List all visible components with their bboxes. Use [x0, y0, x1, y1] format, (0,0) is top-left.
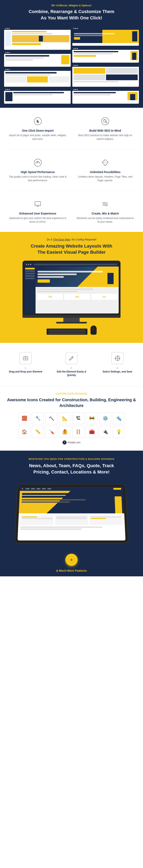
svg-point-16 — [103, 202, 105, 204]
step-3-number: 3. — [98, 367, 137, 369]
monitor-dot-3 — [30, 264, 31, 265]
monitor-stat-3: 214 — [91, 294, 117, 300]
step-2-number: 2. — [52, 367, 91, 369]
feature-performance-title: High Speed Performance — [8, 170, 67, 174]
monitor-content-bar-1 — [37, 288, 93, 290]
screenshot-item-1 — [4, 27, 71, 50]
keyboard-wrap — [6, 326, 137, 335]
monitor-hero-btn — [37, 279, 50, 283]
tablet-nav-btn — [113, 488, 121, 490]
tablet-hero — [19, 491, 124, 514]
monitor-hero-line-1 — [37, 271, 103, 273]
tablet-nav-link-2 — [31, 488, 35, 489]
icon-toolbox: 🧰 — [86, 426, 98, 438]
step-1-title: Drag and Drop your Element — [6, 370, 45, 373]
icon-plug: 🔌 — [99, 426, 111, 438]
feature-one-click-desc: Import all of pages and posts, sample sl… — [8, 133, 67, 141]
cta-title-line1: Create Amazing Website Layouts With — [31, 244, 112, 249]
more-circle-btn[interactable]: + — [65, 554, 78, 566]
tablet-nav-link-5 — [48, 488, 51, 489]
monitor-content: 356 48% 214 — [35, 287, 119, 302]
monitor-sidebar-item-1 — [25, 268, 35, 270]
dark-title-line2: Pricing, Contact, Locations & More! — [33, 469, 110, 474]
tablet-card-2 — [55, 515, 88, 525]
feature-mix-desc: Elements can be easily combined and cust… — [76, 216, 135, 224]
steps-section: 1. Drag and Drop your Element 2. Edit th… — [0, 343, 143, 386]
monitor-header-bar — [24, 262, 119, 267]
tablet-card-2-bar-1 — [56, 517, 87, 518]
icons-row-2: 🏠 📏 🪛 🦺 🪜 🧰 🔌 💡 — [4, 426, 139, 438]
feature-performance-desc: Top quality code to ensure fast loading,… — [8, 175, 67, 182]
screenshot-right-col — [72, 27, 139, 104]
tablet-worker-figure — [115, 496, 122, 513]
monitor-content-bar-2 — [37, 291, 77, 292]
screenshot-item-3 — [4, 68, 71, 87]
monitor-hero — [35, 267, 119, 287]
monitor-stats: 356 48% 214 — [37, 294, 117, 300]
tablet-content — [18, 514, 125, 532]
monitor-sidebar-item-2 — [25, 270, 35, 272]
features-section: One Click Demo Import Import all of page… — [0, 108, 143, 232]
screenshot-item-4 — [4, 88, 71, 104]
feature-performance: High Speed Performance Top quality code … — [6, 155, 69, 184]
step-2-title: Edit the Element Easily & Quickly — [52, 370, 91, 377]
step-1: 1. Drag and Drop your Element — [4, 349, 47, 380]
feature-unlimited: Unlimited Possibilities Limitless demo l… — [74, 155, 137, 184]
tablet-text-line-1 — [20, 527, 102, 528]
svg-marker-7 — [102, 160, 108, 166]
tablet-hero-content — [19, 491, 105, 514]
mix-icon — [100, 199, 111, 209]
diamond-icon — [100, 157, 111, 168]
more-section: + & Much More Features — [0, 550, 143, 576]
svg-point-22 — [117, 358, 118, 359]
tablet-hero-line-3 — [22, 499, 86, 500]
icon-wrench: 🔧 — [32, 412, 44, 424]
tablet-hero-line-4 — [22, 501, 70, 503]
icon-crane: 🏗 — [72, 412, 84, 424]
monitor-foot — [56, 322, 87, 323]
tablet-card-3-bar-2 — [91, 518, 106, 519]
icon-brick: 🧱 — [19, 412, 30, 424]
tablet-nav-link-4 — [42, 488, 46, 489]
feature-one-click-title: One Click Demo Import — [8, 129, 67, 132]
feature-ux-desc: Optimized to give your visitors the best… — [8, 216, 67, 224]
ux-icon — [32, 199, 43, 209]
plus-icon: + — [70, 557, 73, 563]
screenshot-item-5 — [72, 27, 139, 46]
tablet-cta-btn — [22, 505, 35, 508]
tablet-nav — [20, 487, 123, 491]
monitor-stat-num-1: 356 — [49, 296, 52, 298]
keyboard-row-2 — [48, 331, 86, 332]
tablet-card-1-bar-1 — [22, 517, 37, 518]
cta-title-line2: The Easiest Visual Page Builder — [37, 250, 106, 255]
monitor-sidebar-item-3 — [25, 273, 35, 274]
monitor-stand — [63, 318, 80, 322]
tablet-hero-line-1 — [22, 493, 93, 495]
more-label: & Much More Features — [4, 569, 139, 572]
icon-ruler: 📐 — [59, 412, 71, 424]
cursor-icon — [32, 116, 43, 127]
screenshot-grid — [0, 24, 143, 108]
step-1-number: 1. — [6, 367, 45, 369]
svg-line-21 — [72, 357, 73, 358]
svg-point-17 — [106, 204, 107, 206]
tablet-nav-logo — [22, 488, 23, 489]
svg-rect-23 — [115, 356, 119, 360]
svg-rect-18 — [23, 357, 28, 360]
feature-mix-title: Create, Mix & Match — [76, 212, 135, 215]
dark-section-title: News, About, Team, FAQs, Quote, Track Pr… — [6, 463, 137, 475]
tablet-hero-image — [104, 491, 124, 514]
tablet — [14, 484, 129, 544]
monitor-screen-inner: 356 48% 214 — [24, 262, 119, 313]
seo-icon — [100, 116, 111, 127]
cta-label-underline: The Easy Way — [53, 238, 70, 241]
icons-package-label: Custom Icon Package — [4, 393, 139, 395]
freepik-logo: f — [62, 440, 66, 444]
icon-bolt: 🔩 — [113, 412, 124, 424]
freepik-label: freepik.com — [68, 441, 81, 444]
tablet-card-3 — [89, 515, 123, 525]
icon-measure: 📏 — [32, 426, 44, 438]
icon-screwdriver: 🪛 — [45, 426, 57, 438]
steps-grid: 1. Drag and Drop your Element 2. Edit th… — [4, 349, 139, 380]
monitor-hero-line-3 — [37, 276, 64, 278]
